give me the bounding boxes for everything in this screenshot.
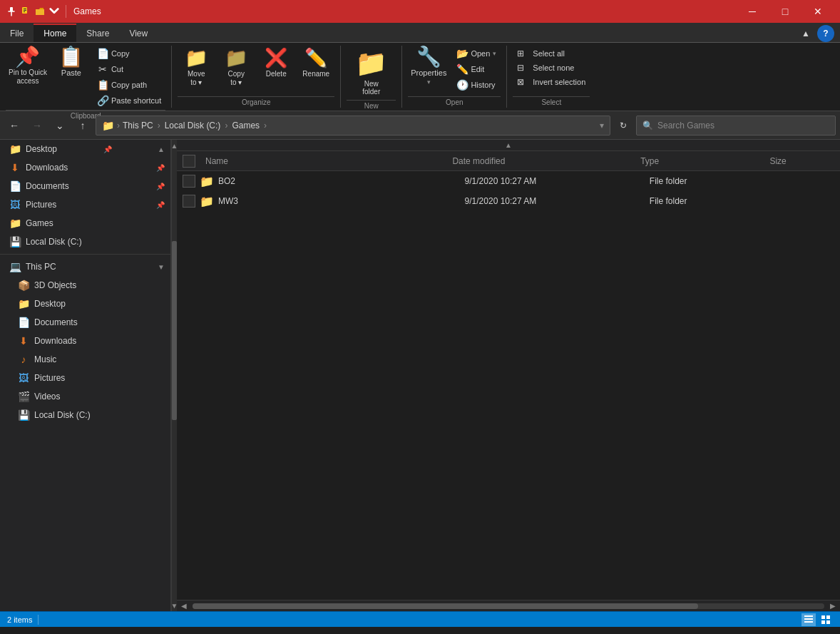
tab-file[interactable]: File xyxy=(0,24,34,42)
file-row-bo2[interactable]: 📁 BO2 9/1/2020 10:27 AM File folder xyxy=(177,171,840,191)
filelist-header: Name Date modified Type Size xyxy=(177,151,840,171)
qat-dropdown[interactable] xyxy=(48,6,60,17)
select-all-button[interactable]: ⊞ Select all xyxy=(513,47,590,60)
select-all-checkbox[interactable] xyxy=(183,155,195,168)
sidebar-scroll-up[interactable]: ▲ xyxy=(172,140,177,151)
rename-button[interactable]: ✏️ Rename xyxy=(297,46,334,79)
pin-to-quick-access-button[interactable]: 📌 Pin to Quickaccess xyxy=(6,46,50,87)
properties-icon: 🔧 xyxy=(416,47,441,67)
ribbon-group-organize: 📁 Move to ▾ 📁 Copy to ▾ ❌ Delete ✏️ Rena… xyxy=(172,46,341,108)
sidebar-item-desktop[interactable]: 📁 Desktop xyxy=(0,295,170,313)
open-button[interactable]: 📂 Open ▾ xyxy=(452,46,501,61)
open-small-actions: 📂 Open ▾ ✏️ Edit 🕐 History xyxy=(452,46,501,93)
invert-selection-button[interactable]: ⊠ Invert selection xyxy=(513,76,590,88)
delete-button[interactable]: ❌ Delete xyxy=(257,46,294,79)
close-button[interactable]: ✕ xyxy=(801,0,834,23)
pin-icon[interactable] xyxy=(6,6,17,17)
ribbon-expand-area: ▲ ? xyxy=(792,25,840,42)
sidebar-scroll-track[interactable] xyxy=(172,151,177,600)
invert-selection-icon: ⊠ xyxy=(517,77,528,87)
move-to-label: Move xyxy=(188,70,205,78)
breadcrumb-this-pc[interactable]: This PC xyxy=(123,121,153,131)
folder-address-icon: 📁 xyxy=(102,120,114,131)
properties-button[interactable]: 🔧 Properties ▾ xyxy=(408,46,449,87)
sidebar-scroll-down[interactable]: ▼ xyxy=(172,600,177,611)
column-size[interactable]: Size xyxy=(764,156,834,166)
bo2-icon: 📁 xyxy=(200,175,214,188)
sidebar-item-videos[interactable]: 🎬 Videos xyxy=(0,387,170,406)
svg-rect-10 xyxy=(821,620,825,624)
svg-rect-11 xyxy=(826,620,830,624)
copy-button[interactable]: 📄 Copy xyxy=(93,46,165,61)
maximize-button[interactable]: □ xyxy=(769,0,801,23)
sidebar-item-documents[interactable]: 📄 Documents xyxy=(0,313,170,332)
bo2-name: BO2 xyxy=(218,176,465,186)
copy-label: Copy xyxy=(111,49,130,58)
breadcrumb-dropdown[interactable]: ▾ xyxy=(600,121,604,131)
folder-icon[interactable] xyxy=(34,6,46,17)
file-icon[interactable] xyxy=(20,6,31,17)
copy-path-button[interactable]: 📋 Copy path xyxy=(93,77,165,93)
column-type[interactable]: Type xyxy=(635,156,764,166)
column-name[interactable]: Name xyxy=(200,156,446,166)
sidebar-item-3d-objects[interactable]: 📦 3D Objects xyxy=(0,276,170,295)
back-button[interactable]: ← xyxy=(4,116,24,136)
edit-button[interactable]: ✏️ Edit xyxy=(452,61,501,77)
large-icons-view-button[interactable] xyxy=(819,613,833,626)
sidebar-item-this-pc[interactable]: 💻 This PC ▼ xyxy=(0,257,170,276)
hscroll-right-button[interactable]: ▶ xyxy=(827,600,839,612)
cut-button[interactable]: ✂ Cut xyxy=(93,61,165,77)
forward-button[interactable]: → xyxy=(27,116,47,136)
minimize-button[interactable]: ─ xyxy=(736,0,769,23)
new-folder-button[interactable]: 📁 Newfolder xyxy=(347,46,396,98)
pin-label: Pin to Quickaccess xyxy=(9,68,47,86)
bo2-checkbox[interactable] xyxy=(183,175,195,188)
tab-home[interactable]: Home xyxy=(34,24,76,42)
sidebar-item-downloads-quick[interactable]: ⬇ Downloads 📌 xyxy=(0,158,170,177)
hscroll-track[interactable] xyxy=(193,603,824,609)
sidebar-item-pictures[interactable]: 🖼 Pictures xyxy=(0,369,170,387)
filelist-scroll-top[interactable]: ▲ xyxy=(177,140,840,151)
desktop-quick-icon: 📁 xyxy=(9,143,21,155)
sidebar-item-local-disk[interactable]: 💾 Local Disk (C:) xyxy=(0,406,170,424)
sidebar-item-downloads[interactable]: ⬇ Downloads xyxy=(0,332,170,350)
hscroll-left-button[interactable]: ◀ xyxy=(178,600,190,612)
tab-share[interactable]: Share xyxy=(76,24,119,42)
refresh-button[interactable]: ↻ xyxy=(613,116,633,136)
sidebar-item-documents-quick[interactable]: 📄 Documents 📌 xyxy=(0,177,170,195)
paste-button[interactable]: 📋 Paste xyxy=(51,46,91,78)
copy-to-label: Copy xyxy=(228,70,245,78)
hscroll-thumb xyxy=(193,603,698,609)
addressbar[interactable]: 📁 › This PC › Local Disk (C:) › Games › … xyxy=(96,116,610,136)
move-to-button[interactable]: 📁 Move to ▾ xyxy=(178,46,215,88)
details-view-button[interactable] xyxy=(801,613,816,626)
help-button[interactable]: ? xyxy=(817,25,834,42)
select-none-button[interactable]: ⊟ Select none xyxy=(513,61,590,74)
sidebar-item-pictures-quick[interactable]: 🖼 Pictures 📌 xyxy=(0,195,170,214)
tab-view[interactable]: View xyxy=(119,24,158,42)
sidebar-item-games[interactable]: 📁 Games xyxy=(0,214,170,232)
titlebar-app-icons: Games xyxy=(6,5,101,18)
open-content: 🔧 Properties ▾ 📂 Open ▾ ✏️ Edit 🕐 Histor… xyxy=(408,46,501,95)
ribbon-collapse-button[interactable]: ▲ xyxy=(797,25,814,42)
history-icon: 🕐 xyxy=(456,79,468,91)
up-button[interactable]: ↑ xyxy=(73,116,93,136)
documents-icon: 📄 xyxy=(17,317,30,328)
file-row-mw3[interactable]: 📁 MW3 9/1/2020 10:27 AM File folder xyxy=(177,191,840,211)
breadcrumb-local-disk[interactable]: Local Disk (C:) xyxy=(165,121,221,131)
sidebar-item-local-disk-quick[interactable]: 💾 Local Disk (C:) xyxy=(0,232,170,251)
search-input[interactable] xyxy=(657,121,829,131)
column-date[interactable]: Date modified xyxy=(446,156,635,166)
recent-locations-button[interactable]: ⌄ xyxy=(50,116,70,136)
history-button[interactable]: 🕐 History xyxy=(452,77,501,93)
select-group-label: Select xyxy=(513,96,590,108)
sidebar-item-music[interactable]: ♪ Music xyxy=(0,350,170,369)
sidebar-item-desktop-quick[interactable]: 📁 Desktop 📌 ▲ xyxy=(0,140,170,158)
mw3-checkbox[interactable] xyxy=(183,195,195,208)
paste-shortcut-button[interactable]: 🔗 Paste shortcut xyxy=(93,93,165,108)
cut-icon: ✂ xyxy=(97,63,108,75)
item-count: 2 items xyxy=(7,615,32,624)
breadcrumb-games[interactable]: Games xyxy=(232,121,260,131)
copy-to-button[interactable]: 📁 Copy to ▾ xyxy=(217,46,255,88)
ribbon-content: 📌 Pin to Quickaccess 📋 Paste 📄 Copy ✂ Cu… xyxy=(0,43,840,111)
